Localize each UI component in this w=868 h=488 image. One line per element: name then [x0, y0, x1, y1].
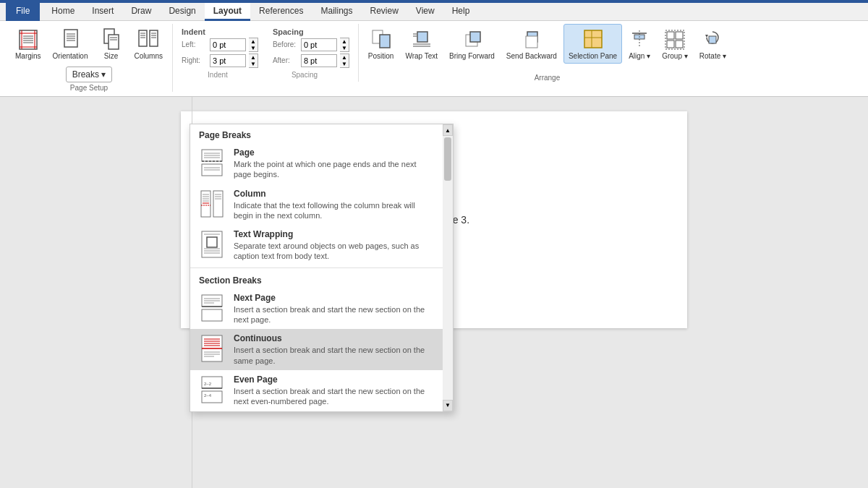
position-icon: [370, 27, 393, 51]
tab-review[interactable]: Review: [361, 3, 407, 21]
column-item-text: Column Indicate that the text following …: [234, 189, 434, 221]
page-setup-label: Page Setup: [70, 84, 108, 92]
spacing-after-spin[interactable]: ▲▼: [340, 53, 349, 68]
column-item-title: Column: [234, 189, 434, 199]
tab-home[interactable]: Home: [43, 3, 83, 21]
breaks-dropdown: ▲ ▼ Page Breaks: [190, 124, 454, 412]
margins-button[interactable]: Margins: [10, 24, 46, 64]
spacing-before-spin[interactable]: ▲▼: [340, 38, 349, 52]
wrap-text-button[interactable]: Wrap Text: [400, 24, 443, 64]
page-item-title: Page: [234, 147, 434, 158]
tab-help[interactable]: Help: [443, 3, 479, 21]
send-backward-button[interactable]: Send Backward: [501, 24, 562, 64]
indent-left-input[interactable]: [210, 38, 246, 51]
group-button[interactable]: Group ▾: [657, 24, 693, 64]
indent-left-label: Left:: [182, 40, 207, 48]
size-label: Size: [104, 52, 118, 60]
page-breaks-header: Page Breaks: [190, 124, 443, 143]
scroll-thumb[interactable]: [444, 137, 451, 181]
indent-left-spin[interactable]: ▲▼: [249, 38, 258, 52]
even-page-item-title: Even Page: [234, 374, 434, 385]
orientation-button[interactable]: Orientation: [48, 24, 93, 64]
rotate-icon: [702, 27, 723, 51]
text-wrapping-item-text: Text Wrapping Separate text around objec…: [234, 229, 434, 262]
bring-forward-label: Bring Forward: [449, 52, 495, 60]
spacing-after-label: After:: [273, 56, 298, 64]
spacing-before-input[interactable]: [301, 38, 337, 51]
indent-group-label: Indent: [182, 71, 254, 79]
position-button[interactable]: Position: [363, 24, 399, 64]
text-wrapping-item-desc: Separate text around objects on web page…: [234, 241, 434, 262]
svg-rect-49: [709, 36, 716, 43]
align-label: Align ▾: [629, 52, 650, 60]
continuous-item-text: Continuous Insert a section break and st…: [234, 333, 434, 366]
menu-item-page[interactable]: Page Mark the point at which one page en…: [190, 143, 443, 184]
tab-design[interactable]: Design: [160, 3, 204, 21]
group-icon: [665, 27, 685, 51]
section-breaks-header: Section Breaks: [190, 270, 443, 288]
next-page-break-icon: [199, 293, 225, 323]
spacing-before-label: Before:: [273, 40, 298, 48]
svg-text:2–4: 2–4: [204, 393, 212, 398]
svg-rect-44: [676, 32, 683, 39]
even-page-break-icon: 2–2 2–4: [199, 374, 225, 405]
tab-references[interactable]: References: [250, 3, 312, 21]
bring-forward-button[interactable]: Bring Forward: [444, 24, 500, 64]
next-page-item-title: Next Page: [234, 293, 434, 303]
dropdown-inner: Page Breaks: [190, 124, 453, 411]
page-break-icon: [199, 147, 225, 178]
svg-rect-46: [676, 40, 683, 48]
selection-pane-label: Selection Pane: [569, 52, 617, 60]
svg-rect-18: [139, 30, 147, 46]
svg-marker-48: [705, 35, 708, 38]
send-backward-label: Send Backward: [506, 52, 557, 60]
next-page-item-desc: Insert a section break and start the new…: [234, 304, 434, 325]
svg-rect-43: [667, 32, 674, 39]
main-content: Sample page 3. ▲ ▼ Page Breaks: [0, 97, 868, 488]
svg-rect-45: [667, 40, 674, 48]
position-label: Position: [368, 52, 394, 60]
indent-right-input[interactable]: [210, 54, 246, 67]
arrange-buttons: Position Wrap Text Bring Forw: [363, 24, 731, 64]
svg-rect-27: [380, 35, 390, 48]
text-wrapping-item-title: Text Wrapping: [234, 229, 434, 239]
tab-insert[interactable]: Insert: [83, 3, 122, 21]
align-icon: [629, 27, 650, 51]
rotate-button[interactable]: Rotate ▾: [694, 24, 731, 64]
selection-pane-button[interactable]: Selection Pane: [563, 24, 622, 64]
spacing-after-input[interactable]: [301, 54, 337, 67]
orientation-icon: [59, 27, 82, 51]
scroll-down-arrow[interactable]: ▼: [443, 400, 453, 411]
scroll-up-arrow[interactable]: ▲: [443, 124, 453, 136]
indent-right-spin[interactable]: ▲▼: [249, 53, 258, 68]
align-button[interactable]: Align ▾: [624, 24, 655, 64]
section-divider: [190, 267, 443, 268]
selection-pane-icon: [582, 27, 605, 51]
menu-item-column[interactable]: Column Indicate that the text following …: [190, 184, 443, 226]
svg-rect-19: [150, 30, 158, 46]
tab-file[interactable]: File: [6, 3, 40, 21]
page-item-desc: Mark the point at which one page ends an…: [234, 159, 434, 180]
columns-button[interactable]: Columns: [129, 24, 168, 64]
arrange-group: Position Wrap Text Bring Forw: [359, 24, 736, 82]
even-page-item-text: Even Page Insert a section break and sta…: [234, 374, 434, 407]
wrap-text-icon: [410, 27, 433, 51]
group-label: Group ▾: [662, 52, 688, 60]
rotate-label: Rotate ▾: [699, 52, 726, 60]
breaks-button[interactable]: Breaks ▾: [66, 67, 113, 82]
dropdown-scrollbar[interactable]: ▲ ▼: [443, 124, 453, 411]
menu-item-even-page[interactable]: 2–2 2–4 Even Page Insert a section break…: [190, 370, 443, 411]
menu-item-text-wrapping[interactable]: Text Wrapping Separate text around objec…: [190, 225, 443, 266]
menu-item-next-page[interactable]: Next Page Insert a section break and sta…: [190, 288, 443, 330]
columns-icon: [137, 27, 160, 51]
columns-label: Columns: [135, 52, 163, 60]
size-button[interactable]: Size: [95, 24, 128, 64]
column-item-desc: Indicate that the text following the col…: [234, 200, 434, 221]
tab-draw[interactable]: Draw: [122, 3, 160, 21]
tab-layout[interactable]: Layout: [205, 3, 250, 21]
svg-rect-15: [109, 35, 119, 49]
page-item-text: Page Mark the point at which one page en…: [234, 147, 434, 180]
tab-view[interactable]: View: [407, 3, 443, 21]
tab-mailings[interactable]: Mailings: [312, 3, 361, 21]
menu-item-continuous[interactable]: Continuous Insert a section break and st…: [190, 329, 443, 370]
